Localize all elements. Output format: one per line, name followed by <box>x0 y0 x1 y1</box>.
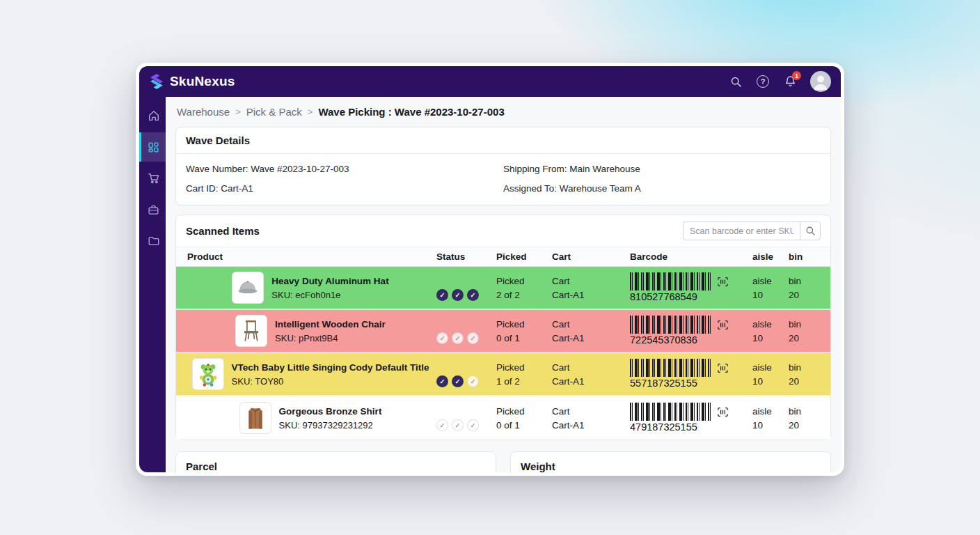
barcode-scan-icon <box>717 277 729 287</box>
product-name: Intelligent Wooden Chair <box>275 318 386 330</box>
status-indicators: ✓ ✓ ✓ <box>436 289 495 301</box>
wave-number-field: Wave Number: Wave #2023-10-27-003 <box>186 162 503 176</box>
col-bin: bin <box>787 247 830 266</box>
aisle-value: 10 <box>752 289 787 301</box>
barcode-number: 479187325155 <box>630 421 751 433</box>
picked-value: 0 of 1 <box>496 332 551 344</box>
barcode-scan-icon <box>717 363 729 373</box>
wave-details-title: Wave Details <box>186 134 250 146</box>
bin-value: 20 <box>789 375 830 387</box>
product-name: VTech Baby Little Singing Cody Default T… <box>232 362 429 373</box>
status-check-icon: ✓ <box>467 375 479 387</box>
col-status: Status <box>435 247 495 266</box>
cart-label: Cart <box>552 362 629 373</box>
product-sku: SKU: 97937329231292 <box>279 419 382 431</box>
cart-label: Cart <box>552 318 629 330</box>
teddy-icon <box>195 361 221 387</box>
status-check-icon: ✓ <box>452 375 464 387</box>
barcode-number: 557187325155 <box>630 378 751 389</box>
content-area: Warehouse > Pick & Pack > Wave Picking :… <box>166 97 841 472</box>
status-check-icon: ✓ <box>467 332 479 344</box>
breadcrumb: Warehouse > Pick & Pack > Wave Picking :… <box>175 106 831 118</box>
table-row[interactable]: Heavy Duty Aluminum Hat SKU: ecFoh0n1e ✓… <box>176 267 830 310</box>
product-name: Gorgeous Bronze Shirt <box>279 405 382 417</box>
picked-label: Picked <box>496 405 551 417</box>
aisle-label: aisle <box>752 362 787 373</box>
search-icon[interactable] <box>729 75 743 88</box>
bin-value: 20 <box>789 289 830 301</box>
notification-badge: 1 <box>792 71 801 80</box>
bin-label: bin <box>789 275 830 287</box>
top-bar: SkuNexus ? 1 <box>139 66 841 97</box>
sidebar-item-home[interactable] <box>139 101 166 130</box>
aisle-label: aisle <box>752 318 787 330</box>
cart-icon <box>148 172 160 185</box>
bin-label: bin <box>789 405 830 417</box>
folder-icon <box>148 235 160 247</box>
product-sku: SKU: TOY80 <box>232 375 429 387</box>
aisle-value: 10 <box>752 419 787 431</box>
parcel-title: Parcel <box>186 460 217 472</box>
status-check-icon: ✓ <box>436 375 448 387</box>
status-indicators: ✓ ✓ ✓ <box>436 419 495 431</box>
barcode-scan-icon <box>717 407 729 417</box>
picked-value: 1 of 2 <box>496 375 551 387</box>
barcode-search-button[interactable] <box>800 222 821 240</box>
status-check-icon: ✓ <box>436 332 448 344</box>
table-row[interactable]: Gorgeous Bronze Shirt SKU: 9793732923129… <box>176 396 830 440</box>
user-avatar[interactable] <box>810 71 831 92</box>
brand[interactable]: SkuNexus <box>149 73 235 90</box>
bin-label: bin <box>789 318 830 330</box>
col-picked: Picked <box>495 247 551 266</box>
bin-value: 20 <box>789 332 830 344</box>
table-row[interactable]: Intelligent Wooden Chair SKU: pPnxt9B4 ✓… <box>176 310 830 353</box>
barcode-graphic <box>630 272 712 290</box>
cart-value: Cart-A1 <box>552 419 629 431</box>
search-icon <box>805 226 816 236</box>
table-row[interactable]: VTech Baby Little Singing Cody Default T… <box>176 353 830 396</box>
bin-value: 20 <box>789 419 830 431</box>
parcel-card: Parcel <box>175 451 496 472</box>
barcode-scan-icon <box>717 320 729 330</box>
status-check-icon: ✓ <box>436 419 448 431</box>
status-check-icon: ✓ <box>452 419 464 431</box>
aisle-value: 10 <box>752 375 787 387</box>
weight-title: Weight <box>521 460 555 472</box>
barcode-number: 810527768549 <box>630 291 751 303</box>
app-window: SkuNexus ? 1 <box>136 63 844 476</box>
help-icon[interactable]: ? <box>756 75 770 88</box>
cart-value: Cart-A1 <box>552 332 629 344</box>
sidebar-item-pick-pack[interactable] <box>139 132 166 162</box>
breadcrumb-separator: > <box>308 107 313 117</box>
assigned-to-field: Assigned To: Warehouse Team A <box>503 182 821 195</box>
barcode-graphic <box>630 359 712 377</box>
notifications-bell-icon[interactable]: 1 <box>783 75 797 88</box>
sidebar-item-inventory[interactable] <box>139 195 166 224</box>
barcode-graphic <box>630 403 712 421</box>
status-check-icon: ✓ <box>467 289 479 301</box>
sidebar-item-files[interactable] <box>139 226 166 256</box>
breadcrumb-pick-pack[interactable]: Pick & Pack <box>246 106 302 118</box>
barcode-search-input[interactable] <box>683 222 800 240</box>
product-sku: SKU: ecFoh0n1e <box>271 289 388 301</box>
shipping-from-field: Shipping From: Main Warehouse <box>503 162 821 176</box>
cart-value: Cart-A1 <box>552 289 629 301</box>
status-indicators: ✓ ✓ ✓ <box>436 332 495 344</box>
sidebar-item-orders[interactable] <box>139 164 166 193</box>
barcode-number: 722545370836 <box>630 334 751 346</box>
product-image <box>232 272 264 304</box>
barcode-search-group <box>683 222 821 240</box>
product-image <box>235 315 267 347</box>
picked-value: 0 of 1 <box>496 419 551 431</box>
breadcrumb-current: Wave Picking : Wave #2023-10-27-003 <box>318 106 504 118</box>
cart-label: Cart <box>552 405 629 417</box>
aisle-label: aisle <box>752 405 787 417</box>
picked-label: Picked <box>496 318 551 330</box>
brand-name: SkuNexus <box>170 74 235 89</box>
breadcrumb-warehouse[interactable]: Warehouse <box>177 106 230 118</box>
table-header: Product Status Picked Cart Barcode aisle… <box>176 247 830 267</box>
breadcrumb-separator: > <box>235 107 241 117</box>
sidebar <box>139 97 166 472</box>
col-barcode: Barcode <box>629 247 751 266</box>
bin-label: bin <box>789 362 830 373</box>
